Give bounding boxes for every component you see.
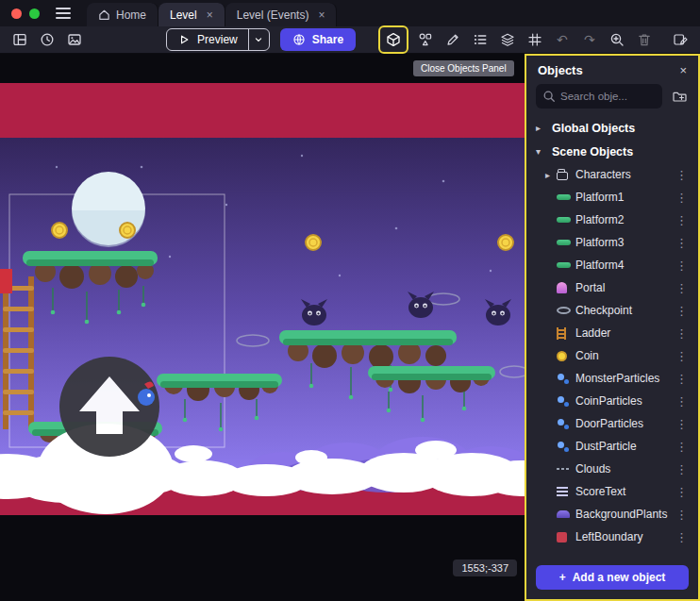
object-menu-icon[interactable]: ⋮ [673,236,691,250]
window-controls [0,0,49,26]
boundary-icon [557,532,567,543]
object-menu-icon[interactable]: ⋮ [673,372,691,386]
tab-level[interactable]: Level × [158,3,225,26]
zoom-window-button[interactable] [29,8,40,19]
moon-object[interactable] [72,172,145,247]
object-menu-icon[interactable]: ⋮ [673,530,691,544]
object-label: CoinParticles [575,394,673,408]
object-row[interactable]: DoorParticles ⋮ [526,412,698,435]
object-row[interactable]: Ladder ⋮ [526,322,698,344]
object-row[interactable]: ScoreText ⋮ [526,480,698,503]
object-menu-icon[interactable]: ⋮ [673,485,691,499]
object-label: BackgroundPlants [575,508,673,521]
tab-close-icon[interactable]: × [318,8,325,22]
close-window-button[interactable] [11,8,22,19]
object-menu-icon[interactable]: ⋮ [673,394,691,409]
play-icon [177,33,191,46]
objects-panel-toggle-button[interactable] [381,28,406,51]
coin-icon [557,351,567,361]
redo-button[interactable]: ↷ [577,28,602,51]
object-menu-icon[interactable]: ⋮ [673,349,691,363]
home-icon [98,8,110,21]
object-row[interactable]: Coin ⋮ [526,344,698,367]
instances-list-button[interactable] [468,28,492,51]
share-button[interactable]: Share [280,28,356,51]
group-scene-objects[interactable]: ▾ Scene Objects [526,140,698,163]
scene-image-button[interactable] [62,28,87,51]
object-cube-icon [386,32,401,47]
image-icon [67,32,82,47]
layers-button[interactable] [495,28,520,51]
object-row[interactable]: Checkpoint ⋮ [526,299,698,322]
object-row[interactable]: Portal ⋮ [526,276,698,299]
object-label: Coin [575,349,673,362]
object-label: ScoreText [575,485,673,498]
object-row[interactable]: BackgroundPlants ⋮ [526,503,698,526]
object-label: MonsterParticles [575,372,673,385]
preview-options-dropdown[interactable] [248,29,269,50]
tab-bar: Home Level × Level (Events) × [87,0,337,26]
object-label: Platform3 [575,236,673,249]
left-boundary-object[interactable] [0,269,12,293]
object-row[interactable]: ▸ Characters ⋮ [526,163,698,186]
particles-icon [557,441,570,452]
object-row[interactable]: Platform4 ⋮ [526,254,698,276]
object-menu-icon[interactable]: ⋮ [673,281,691,295]
scene-editor-canvas[interactable]: 1553;-337 [0,54,525,601]
ladder-icon [557,327,566,340]
top-boundary-object[interactable] [0,83,525,138]
object-menu-icon[interactable]: ⋮ [673,304,691,318]
trash-icon [637,32,652,47]
platform-icon [557,194,571,200]
object-label: Checkpoint [575,304,673,317]
particles-icon [557,373,570,384]
tab-level-events[interactable]: Level (Events) × [225,3,338,26]
object-menu-icon[interactable]: ⋮ [673,440,691,454]
chevron-down-icon: ▾ [536,146,545,157]
object-menu-icon[interactable]: ⋮ [673,417,691,431]
delete-button[interactable] [632,28,657,51]
main-menu-button[interactable] [49,0,77,26]
group-label: Global Objects [552,122,635,135]
undo-button[interactable]: ↶ [550,28,575,51]
object-menu-icon[interactable]: ⋮ [673,462,691,476]
object-menu-icon[interactable]: ⋮ [673,326,691,341]
object-menu-icon[interactable]: ⋮ [673,191,691,205]
close-panel-icon[interactable]: × [677,63,689,77]
object-row[interactable]: Clouds ⋮ [526,458,698,480]
grid-toggle-button[interactable] [523,28,547,51]
object-row[interactable]: DustParticle ⋮ [526,435,698,458]
group-global-objects[interactable]: ▸ Global Objects [526,116,698,140]
object-row[interactable]: LeftBoundary ⋮ [526,526,698,548]
object-menu-icon[interactable]: ⋮ [673,508,691,522]
history-button[interactable] [35,28,59,51]
tab-home[interactable]: Home [87,3,158,26]
up-arrow-control[interactable] [59,357,159,457]
checkpoint-icon [557,307,571,314]
object-label: DustParticle [575,440,673,453]
tab-close-icon[interactable]: × [207,8,213,22]
platform-icon [557,240,571,245]
folder-icon [557,172,568,180]
object-label: Platform4 [575,259,673,272]
object-menu-icon[interactable]: ⋮ [673,213,691,227]
object-row[interactable]: CoinParticles ⋮ [526,390,698,412]
object-row[interactable]: Platform3 ⋮ [526,231,698,254]
project-manager-button[interactable] [8,28,32,51]
particles-icon [557,395,570,407]
object-row[interactable]: Platform2 ⋮ [526,209,698,231]
scene-properties-button[interactable] [668,28,692,51]
tab-label: Level [170,8,197,22]
preview-button[interactable]: Preview [166,28,270,51]
object-row[interactable]: Platform1 ⋮ [526,186,698,209]
zoom-in-button[interactable] [605,28,629,51]
add-new-object-button[interactable]: + Add a new object [536,565,689,590]
object-menu-icon[interactable]: ⋮ [673,259,691,273]
object-row[interactable]: MonsterParticles ⋮ [526,367,698,390]
add-object-folder-button[interactable] [668,85,691,108]
edit-object-button[interactable] [441,28,465,51]
object-groups-button[interactable] [413,28,438,51]
object-menu-icon[interactable]: ⋮ [673,168,691,182]
objects-tree: ▸ Global Objects ▾ Scene Objects ▸ Chara… [526,116,698,558]
particles-icon [557,418,570,429]
